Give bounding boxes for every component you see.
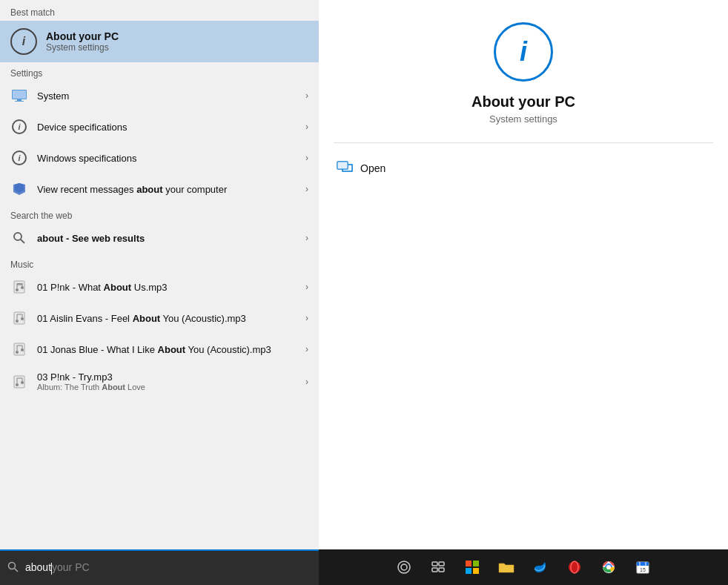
music-item-2-text: 01 Aislin Evans - Feel About You (Acoust…: [37, 313, 297, 324]
search-web-label: Search the web: [0, 205, 319, 222]
left-panel: Best match i About your PC System settin…: [0, 0, 319, 549]
main-container: Best match i About your PC System settin…: [0, 0, 728, 549]
device-specs-arrow: ›: [305, 122, 308, 132]
svg-rect-46: [473, 568, 479, 574]
music-4-arrow: ›: [305, 377, 308, 387]
svg-text:15: 15: [640, 567, 646, 572]
svg-rect-45: [466, 568, 471, 574]
recent-messages-arrow: ›: [305, 184, 308, 194]
web-search-arrow: ›: [305, 233, 308, 243]
search-query: about: [25, 561, 51, 573]
svg-rect-34: [337, 162, 348, 169]
svg-rect-43: [466, 561, 471, 566]
menu-item-recent-messages[interactable]: View recent messages about your computer…: [0, 173, 319, 205]
menu-item-web-search[interactable]: about - See web results ›: [0, 222, 319, 254]
search-input[interactable]: aboutyour PC: [25, 561, 311, 574]
action-open-label: Open: [360, 162, 385, 174]
app-icon-large: i: [494, 22, 553, 82]
music-3-bold: About: [158, 344, 186, 355]
svg-point-37: [398, 561, 410, 573]
svg-rect-1: [13, 90, 26, 99]
menu-item-system-text: System: [37, 90, 297, 102]
app-title-bold: About: [471, 93, 514, 110]
svg-point-14: [21, 286, 24, 289]
device-specs-icon: i: [10, 118, 28, 136]
music-item-1-text: 01 P!nk - What About Us.mp3: [37, 282, 297, 293]
svg-rect-3: [15, 101, 24, 102]
best-match-rest: your PC: [76, 30, 119, 42]
system-icon: [10, 87, 28, 105]
taskbar-search-button[interactable]: [392, 555, 416, 579]
best-match-title: About your PC: [46, 30, 119, 42]
music-item-3[interactable]: 01 Jonas Blue - What I Like About You (A…: [0, 334, 319, 365]
svg-point-6: [14, 233, 21, 240]
right-divider: [334, 142, 713, 143]
best-match-subtitle: System settings: [46, 42, 119, 53]
menu-item-web-search-text: about - See web results: [37, 233, 297, 244]
best-match-label: Best match: [0, 0, 319, 21]
music-item-2[interactable]: 01 Aislin Evans - Feel About You (Acoust…: [0, 303, 319, 334]
music-item-1[interactable]: 01 P!nk - What About Us.mp3 ›: [0, 271, 319, 303]
svg-rect-39: [432, 562, 437, 566]
music-icon-4: [10, 373, 28, 391]
taskbar-calendar-button[interactable]: 15: [631, 555, 655, 579]
svg-rect-53: [637, 562, 649, 566]
music-1-arrow: ›: [305, 282, 308, 292]
web-search-bold: about: [37, 233, 63, 244]
web-search-rest: - See web results: [63, 233, 145, 244]
music-item-4[interactable]: 03 P!nk - Try.mp3 Album: The Truth About…: [0, 365, 319, 398]
svg-line-36: [15, 568, 19, 572]
music-section-label: Music: [0, 254, 319, 271]
svg-point-16: [16, 320, 19, 323]
music-item-3-text: 01 Jonas Blue - What I Like About You (A…: [37, 344, 297, 355]
app-subtitle-large: System settings: [489, 113, 557, 125]
right-panel: i About your PC System settings Open: [319, 0, 728, 549]
music-1-bold: About: [104, 282, 132, 293]
svg-rect-40: [439, 562, 444, 566]
app-icon-letter: i: [520, 36, 527, 67]
svg-rect-10: [17, 283, 22, 285]
svg-point-32: [21, 381, 24, 384]
svg-line-7: [21, 239, 24, 243]
menu-item-recent-messages-text: View recent messages about your computer: [37, 184, 297, 195]
windows-specs-arrow: ›: [305, 153, 308, 163]
menu-item-system[interactable]: System ›: [0, 80, 319, 111]
about-pc-icon: i: [10, 28, 37, 55]
best-match-item[interactable]: i About your PC System settings: [0, 21, 319, 62]
menu-item-device-specs[interactable]: i Device specifications ›: [0, 111, 319, 142]
svg-rect-42: [439, 568, 444, 572]
svg-point-38: [401, 564, 407, 570]
taskbar-edge-button[interactable]: [529, 555, 552, 579]
taskbar: aboutyour PC: [0, 549, 728, 585]
music-2-bold: About: [133, 313, 161, 324]
recent-messages-bold: about: [136, 184, 162, 195]
system-arrow: ›: [305, 90, 308, 101]
windows-specs-icon: i: [10, 149, 28, 167]
app-title-rest: your PC: [514, 93, 575, 110]
search-bar[interactable]: aboutyour PC: [0, 549, 319, 585]
svg-point-22: [16, 351, 19, 354]
svg-point-20: [21, 317, 24, 320]
svg-point-28: [16, 383, 19, 386]
taskbar-opera-button[interactable]: [563, 555, 586, 579]
menu-item-device-specs-text: Device specifications: [37, 122, 297, 133]
svg-point-26: [21, 348, 24, 351]
app-title-large: About your PC: [471, 93, 575, 110]
svg-rect-44: [473, 561, 479, 566]
music-icon-2: [10, 309, 28, 327]
taskbar-explorer-button[interactable]: [494, 555, 518, 579]
action-open[interactable]: Open: [334, 155, 713, 181]
taskbar-store-button[interactable]: [460, 555, 484, 579]
taskbar-chrome-button[interactable]: [597, 555, 621, 579]
svg-point-9: [16, 288, 19, 291]
taskbar-icons: 15: [319, 555, 728, 579]
taskbar-taskview-button[interactable]: [426, 555, 450, 579]
music-3-arrow: ›: [305, 344, 308, 354]
menu-item-windows-specs[interactable]: i Windows specifications ›: [0, 142, 319, 173]
best-match-bold: About: [46, 30, 76, 42]
open-icon: [337, 159, 353, 176]
settings-section-label: Settings: [0, 62, 319, 80]
music-item-4-text: 03 P!nk - Try.mp3 Album: The Truth About…: [37, 371, 297, 391]
menu-item-windows-specs-text: Windows specifications: [37, 153, 297, 164]
svg-point-35: [9, 562, 16, 569]
